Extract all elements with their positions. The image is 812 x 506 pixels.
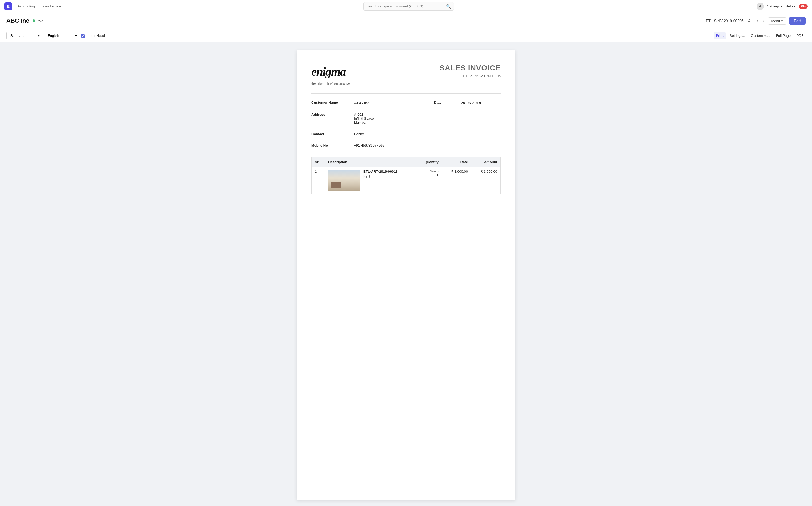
- date-label: Date: [434, 99, 461, 107]
- address-label: Address: [311, 111, 354, 126]
- svg-rect-7: [329, 182, 344, 186]
- svg-rect-3: [328, 184, 360, 191]
- customer-info: Customer Name ABC Inc Date 25-06-2019 Ad…: [311, 99, 501, 149]
- language-select[interactable]: English: [44, 32, 78, 39]
- main-content: enigma the labyrinth of sustenance SALES…: [0, 43, 812, 506]
- contact-label: Contact: [311, 131, 354, 138]
- date-value: 25-06-2019: [461, 99, 501, 107]
- settings-chevron-icon: ▾: [781, 4, 783, 8]
- quantity-unit: Month: [413, 170, 439, 173]
- col-quantity: Quantity: [410, 157, 442, 167]
- full-page-button[interactable]: Full Page: [774, 32, 793, 39]
- quantity-value: 1: [413, 173, 439, 177]
- navbar-left: E › Accounting › Sales Invoice: [4, 2, 61, 10]
- invoice-number: ETL-SINV-2019-00005: [440, 74, 501, 78]
- cell-rate: ₹ 1,000.00: [442, 167, 471, 194]
- item-name: Rent: [363, 175, 398, 178]
- print-icon-button[interactable]: 🖨: [746, 17, 753, 24]
- mobile-label: Mobile No: [311, 142, 354, 149]
- notification-badge[interactable]: 99+: [799, 4, 808, 9]
- settings-nav-button[interactable]: Settings ▾: [767, 4, 783, 8]
- doc-header: ABC Inc Paid ETL-SINV-2019-00005 🖨 ‹ › M…: [0, 13, 812, 29]
- customer-name-label: Customer Name: [311, 99, 354, 107]
- svg-rect-9: [329, 180, 331, 186]
- svg-rect-4: [347, 171, 358, 182]
- col-amount: Amount: [471, 157, 501, 167]
- settings-button[interactable]: Settings...: [727, 32, 747, 39]
- contact-value: Bobby: [354, 131, 434, 138]
- customer-name-value: ABC Inc: [354, 99, 434, 107]
- customize-button[interactable]: Customize...: [749, 32, 772, 39]
- avatar: A: [756, 3, 764, 10]
- toolbar: Standard English Letter Head Print Setti…: [0, 29, 812, 43]
- format-select[interactable]: Standard: [6, 32, 41, 39]
- doc-id: ETL-SINV-2019-00005: [706, 19, 744, 23]
- edit-button[interactable]: Edit: [789, 17, 806, 24]
- doc-title: ABC Inc: [6, 17, 29, 24]
- item-text: ETL-ART-2019-00013 Rent: [363, 170, 398, 178]
- cell-description: ETL-ART-2019-00013 Rent: [325, 167, 410, 194]
- search-icon: 🔍: [446, 4, 451, 9]
- logo-text: enigma: [311, 64, 354, 81]
- address-value: A-901 Infiniti Space Mumbai: [354, 111, 434, 126]
- breadcrumb-sep-2: ›: [37, 4, 38, 8]
- status-badge: Paid: [32, 19, 44, 23]
- svg-rect-13: [342, 186, 342, 189]
- svg-text:enigma: enigma: [311, 65, 346, 78]
- logo-area: enigma the labyrinth of sustenance: [311, 64, 354, 85]
- svg-point-15: [343, 176, 347, 179]
- items-table: Sr Description Quantity Rate Amount 1: [311, 157, 501, 194]
- help-nav-label: Help: [786, 4, 793, 8]
- menu-button[interactable]: Menu ▾: [768, 17, 786, 24]
- invoice-paper: enigma the labyrinth of sustenance SALES…: [297, 51, 515, 500]
- cell-sr: 1: [311, 167, 325, 194]
- settings-nav-label: Settings: [767, 4, 780, 8]
- doc-title-area: ABC Inc Paid: [6, 17, 44, 24]
- col-sr: Sr: [311, 157, 325, 167]
- toolbar-right: Print Settings... Customize... Full Page…: [714, 32, 806, 39]
- menu-chevron-icon: ▾: [781, 19, 783, 23]
- table-header-row: Sr Description Quantity Rate Amount: [311, 157, 501, 167]
- letter-head-checkbox-label[interactable]: Letter Head: [81, 33, 105, 37]
- item-image: [328, 170, 360, 191]
- navbar-center: 🔍: [61, 2, 756, 11]
- breadcrumb-sep-1: ›: [14, 4, 15, 8]
- search-input[interactable]: [366, 4, 444, 8]
- svg-rect-14: [345, 178, 345, 184]
- print-button[interactable]: Print: [714, 32, 726, 39]
- status-dot: [32, 19, 35, 22]
- help-chevron-icon: ▾: [794, 4, 796, 8]
- breadcrumb-sales-invoice[interactable]: Sales Invoice: [40, 4, 61, 8]
- invoice-main-title: SALES INVOICE: [440, 64, 501, 72]
- letter-head-label: Letter Head: [87, 33, 105, 37]
- svg-rect-10: [342, 180, 344, 186]
- room-image-svg: [328, 170, 360, 191]
- navbar-right: A Settings ▾ Help ▾ 99+: [756, 3, 808, 10]
- col-rate: Rate: [442, 157, 471, 167]
- svg-rect-2: [328, 175, 360, 191]
- app-icon[interactable]: E: [4, 2, 12, 10]
- mobile-value: +91-456786677565: [354, 142, 434, 149]
- col-description: Description: [325, 157, 410, 167]
- prev-icon-button[interactable]: ‹: [755, 17, 759, 24]
- svg-rect-12: [334, 186, 335, 189]
- item-desc-col: ETL-ART-2019-00013 Rent: [328, 170, 407, 191]
- invoice-title-area: SALES INVOICE ETL-SINV-2019-00005: [440, 64, 501, 78]
- logo-tagline: the labyrinth of sustenance: [311, 82, 354, 85]
- help-nav-button[interactable]: Help ▾: [786, 4, 796, 8]
- doc-actions: ETL-SINV-2019-00005 🖨 ‹ › Menu ▾ Edit: [706, 17, 806, 24]
- item-code: ETL-ART-2019-00013: [363, 170, 398, 174]
- divider: [311, 93, 501, 94]
- pdf-button[interactable]: PDF: [794, 32, 806, 39]
- navbar: E › Accounting › Sales Invoice 🔍 A Setti…: [0, 0, 812, 13]
- letter-head-checkbox[interactable]: [81, 33, 85, 37]
- svg-rect-11: [334, 185, 343, 186]
- table-row: 1: [311, 167, 501, 194]
- svg-rect-8: [329, 180, 344, 183]
- cell-quantity: Month 1: [410, 167, 442, 194]
- logo-svg: enigma: [311, 64, 354, 78]
- breadcrumb-accounting[interactable]: Accounting: [18, 4, 35, 8]
- cell-amount: ₹ 1,000.00: [471, 167, 501, 194]
- next-icon-button[interactable]: ›: [761, 17, 765, 24]
- search-bar[interactable]: 🔍: [363, 2, 454, 11]
